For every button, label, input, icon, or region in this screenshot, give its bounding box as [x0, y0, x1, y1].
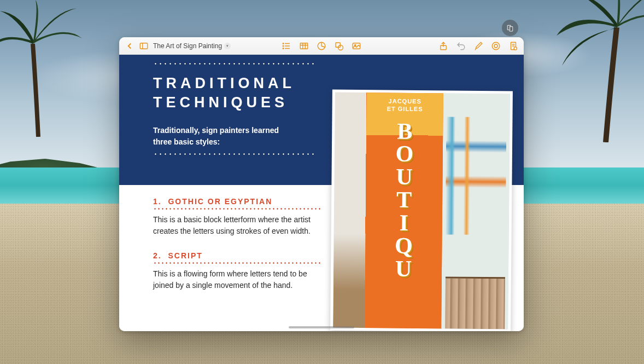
- slide-title-line: TECHNIQUES: [153, 93, 295, 112]
- document-options-button[interactable]: [508, 41, 518, 51]
- palm-tree-icon: [0, 0, 93, 137]
- svg-point-7: [283, 43, 284, 44]
- toolbar: The Art of Sign Painting ▾: [119, 37, 524, 55]
- svg-rect-1: [510, 27, 513, 31]
- svg-rect-10: [300, 43, 308, 49]
- outline-view-button[interactable]: [282, 41, 291, 51]
- section-body-text: This is a basic block letterform where t…: [153, 214, 323, 237]
- slide-image[interactable]: JACQUESET GILLES B O U T I Q U: [330, 90, 513, 331]
- shape-button[interactable]: [334, 41, 344, 51]
- dotted-divider: [153, 63, 317, 65]
- svg-point-25: [514, 47, 517, 49]
- document-title[interactable]: The Art of Sign Painting ▾: [153, 42, 231, 50]
- undo-button[interactable]: [456, 41, 466, 51]
- section-heading: 1. GOTHIC OR EGYPTIAN: [153, 197, 323, 210]
- table-button[interactable]: [299, 41, 309, 51]
- svg-rect-2: [140, 43, 148, 49]
- svg-rect-15: [336, 43, 340, 47]
- svg-point-21: [494, 44, 497, 48]
- section-number: 1.: [153, 197, 162, 206]
- dotted-divider: [153, 153, 317, 155]
- dotted-divider: [153, 208, 323, 210]
- document-title-text: The Art of Sign Painting: [153, 42, 222, 50]
- svg-point-16: [338, 45, 343, 50]
- palm-tree-icon: [546, 0, 644, 142]
- section-number: 2.: [153, 251, 162, 260]
- sign-header-text: JACQUESET GILLES: [387, 97, 423, 113]
- section-title: GOTHIC OR EGYPTIAN: [168, 197, 272, 206]
- share-button[interactable]: [438, 41, 448, 51]
- dotted-divider: [153, 262, 323, 264]
- sign-letters: B O U T I Q U: [395, 120, 414, 280]
- chevron-down-icon: ▾: [224, 43, 231, 49]
- section-body-text: This is a flowing form where letters ten…: [153, 268, 323, 291]
- multitask-button[interactable]: [502, 20, 518, 36]
- slide-title-line: TRADITIONAL: [153, 74, 295, 93]
- slide-subtitle-line: Traditionally, sign painters learned: [153, 125, 279, 136]
- svg-point-9: [283, 48, 284, 49]
- photo-content: JACQUESET GILLES B O U T I Q U: [333, 93, 510, 330]
- section-heading: 2. SCRIPT: [153, 251, 323, 264]
- home-indicator[interactable]: [289, 326, 354, 328]
- slide-title[interactable]: TRADITIONAL TECHNIQUES: [153, 74, 295, 112]
- slide-subtitle[interactable]: Traditionally, sign painters learned thr…: [153, 125, 279, 148]
- svg-point-8: [283, 45, 284, 47]
- keynote-window: The Art of Sign Painting ▾: [119, 37, 524, 331]
- slide-canvas[interactable]: TRADITIONAL TECHNIQUES Traditionally, si…: [119, 55, 524, 331]
- animate-button[interactable]: [491, 41, 501, 51]
- format-brush-button[interactable]: [473, 41, 483, 51]
- slide-body[interactable]: 1. GOTHIC OR EGYPTIAN This is a basic bl…: [153, 197, 323, 305]
- sidebar-toggle-button[interactable]: [139, 41, 149, 51]
- section-title: SCRIPT: [168, 251, 202, 260]
- media-button[interactable]: [352, 41, 361, 51]
- back-button[interactable]: [125, 41, 134, 51]
- slide-subtitle-line: three basic styles:: [153, 136, 279, 148]
- chart-button[interactable]: [317, 41, 326, 51]
- svg-point-20: [492, 42, 500, 50]
